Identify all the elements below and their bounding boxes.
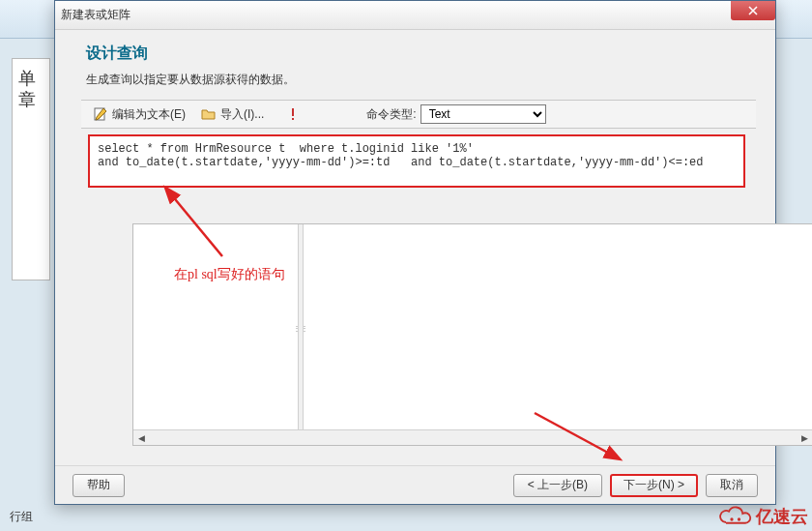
help-button[interactable]: 帮助 [72,474,125,497]
close-button[interactable] [731,1,775,20]
next-button[interactable]: 下一步(N) > [610,474,698,497]
scroll-left-icon[interactable]: ◀ [133,431,149,445]
bg-left-char: 章 [18,88,36,111]
dialog-title: 新建表或矩阵 [61,7,130,23]
command-type-label: 命令类型: [366,106,416,123]
bg-left-char: 单 [18,67,36,90]
splitter-handle[interactable]: ⋮⋮ [298,224,304,431]
import-button[interactable]: 导入(I)... [220,106,264,123]
titlebar[interactable]: 新建表或矩阵 [55,1,775,30]
background-left-panel: 单 章 [12,58,50,280]
sql-query-textbox[interactable]: select * from HrmResource t where t.logi… [88,134,745,188]
watermark-cloud-icon [717,504,752,529]
folder-open-icon[interactable] [201,106,217,122]
sql-line: select * from HrmResource t where t.logi… [98,142,474,156]
edit-as-text-button[interactable]: 编辑为文本(E) [112,106,186,123]
svg-point-4 [738,517,740,520]
wizard-buttons: 帮助 < 上一步(B) 下一步(N) > 取消 [55,465,775,504]
annotation-text: 在pl sql写好的语句 [174,266,285,283]
watermark-text: 亿速云 [756,505,808,528]
wizard-dialog: 新建表或矩阵 设计查询 生成查询以指定要从数据源获得的数据。 编辑为文本(E) … [54,0,776,505]
watermark: 亿速云 [717,504,808,529]
query-toolbar: 编辑为文本(E) 导入(I)... 命令类型: Text [81,100,756,129]
scroll-track[interactable] [149,431,797,445]
bg-bottom-label: 行组 [10,509,33,525]
edit-text-icon[interactable] [93,106,108,122]
dialog-content: 设计查询 生成查询以指定要从数据源获得的数据。 编辑为文本(E) 导入(I)..… [55,30,775,193]
horizontal-scrollbar[interactable]: ◀ ▶ [133,429,812,445]
run-exclaim-icon[interactable] [285,106,301,122]
sql-line: and to_date(t.startdate,'yyyy-mm-dd')>=:… [98,156,704,169]
page-description: 生成查询以指定要从数据源获得的数据。 [76,72,754,100]
scroll-right-icon[interactable]: ▶ [797,431,812,445]
page-heading: 设计查询 [76,40,754,72]
close-icon [748,6,758,15]
cancel-button[interactable]: 取消 [706,474,758,497]
previous-button[interactable]: < 上一步(B) [513,474,602,497]
command-type-select[interactable]: Text [420,104,546,124]
svg-point-3 [730,517,733,520]
results-pane: ⋮⋮ ◀ ▶ [132,223,812,446]
